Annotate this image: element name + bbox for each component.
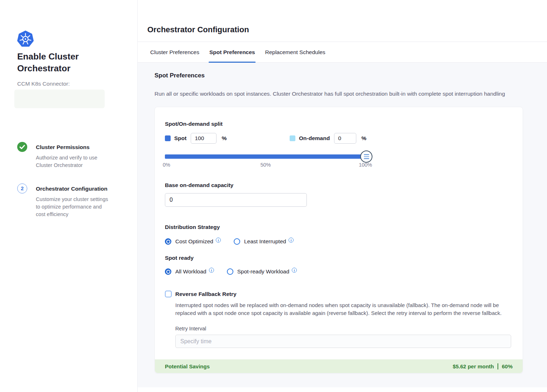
radio-selected-icon: [165, 238, 171, 245]
spot-ready-label: Spot ready: [165, 255, 513, 261]
step-number-badge: 2: [17, 183, 27, 193]
radio-selected-icon: [165, 268, 171, 275]
tab-content: Spot Preferences Run all or specific wor…: [138, 63, 547, 387]
potential-savings-label: Potential Savings: [165, 363, 210, 369]
page-title: Orchestrator Configuration: [147, 25, 547, 34]
connector-value-box: [14, 90, 105, 108]
tab-bar: Cluster Preferences Spot Preferences Rep…: [138, 42, 547, 63]
kubernetes-icon: [17, 30, 34, 47]
savings-percent: 60%: [502, 363, 513, 369]
slider-track[interactable]: [165, 154, 366, 159]
tab-replacement-schedules[interactable]: Replacement Schedules: [265, 42, 325, 62]
spot-color-swatch: [165, 135, 171, 141]
step-cluster-permissions[interactable]: Cluster Permissions Authorize and verify…: [17, 143, 123, 169]
wizard-title: Enable Cluster Orchestrator: [17, 51, 101, 74]
section-heading: Spot Preferences: [154, 72, 547, 79]
spot-preferences-card: Spot/On-demand split Spot % On-demand %: [154, 107, 523, 373]
radio-cost-optimized[interactable]: Cost Optimized i: [165, 238, 221, 245]
reverse-fallback-description: Interrupted spot nodes will be replaced …: [175, 301, 508, 317]
sidebar: Enable Cluster Orchestrator CCM K8s Conn…: [0, 0, 137, 392]
spot-percent-input[interactable]: [191, 133, 217, 144]
step-description: Authorize and verify to use Cluster Orch…: [36, 154, 109, 169]
connector-label: CCM K8s Connector:: [17, 81, 123, 87]
ondemand-percent-sign: %: [361, 135, 366, 142]
slider-handle[interactable]: [360, 150, 372, 163]
ondemand-color-swatch: [290, 135, 295, 141]
tab-spot-preferences[interactable]: Spot Preferences: [209, 42, 255, 62]
step-description: Customize your cluster settings to optim…: [36, 196, 109, 218]
step-complete-check-icon: [17, 142, 27, 152]
base-capacity-label: Base on-demand capacity: [165, 182, 513, 188]
potential-savings-bar: Potential Savings $5.62 per month 60%: [155, 359, 523, 373]
step-title: Orchestrator Configuration: [36, 184, 109, 192]
spot-label: Spot: [174, 135, 186, 142]
tick-100: 100%: [359, 162, 372, 168]
split-slider: [165, 154, 366, 159]
radio-unselected-icon: [234, 238, 240, 245]
spot-ready-options: All Workload i Spot-ready Workload i: [165, 268, 513, 275]
info-icon[interactable]: i: [292, 268, 297, 273]
step-title: Cluster Permissions: [36, 143, 109, 150]
split-label: Spot/On-demand split: [165, 121, 513, 127]
savings-amount: $5.62 per month: [453, 363, 494, 369]
spot-percent-sign: %: [222, 135, 227, 142]
radio-unselected-icon: [227, 268, 233, 275]
main-header: Orchestrator Configuration: [138, 0, 547, 42]
reverse-fallback-label: Reverse Fallback Retry: [175, 291, 237, 297]
radio-all-workload[interactable]: All Workload i: [165, 268, 214, 275]
section-description: Run all or specific workloads on spot in…: [154, 91, 547, 97]
distribution-strategy-options: Cost Optimized i Least Interrupted i: [165, 238, 513, 245]
main-panel: Orchestrator Configuration Cluster Prefe…: [137, 0, 547, 392]
reverse-fallback-checkbox[interactable]: [165, 291, 172, 297]
tick-0: 0%: [163, 162, 170, 168]
savings-separator: [498, 363, 498, 369]
distribution-strategy-label: Distribution Strategy: [165, 224, 513, 230]
info-icon[interactable]: i: [216, 238, 221, 243]
ondemand-percent-input[interactable]: [334, 133, 356, 144]
step-orchestrator-configuration[interactable]: 2 Orchestrator Configuration Customize y…: [17, 184, 123, 218]
retry-interval-input[interactable]: [175, 335, 511, 348]
reverse-fallback-section: Reverse Fallback Retry Interrupted spot …: [165, 291, 513, 348]
page: Enable Cluster Orchestrator CCM K8s Conn…: [0, 0, 547, 392]
tick-50: 50%: [260, 162, 271, 168]
base-capacity-input[interactable]: [165, 193, 307, 207]
radio-least-interrupted[interactable]: Least Interrupted i: [234, 238, 294, 245]
info-icon[interactable]: i: [289, 238, 294, 243]
ondemand-label: On-demand: [299, 135, 330, 142]
radio-spot-ready-workload[interactable]: Spot-ready Workload i: [227, 268, 297, 275]
slider-ticks: 0% 50% 100%: [165, 162, 366, 169]
split-legend-row: Spot % On-demand %: [165, 133, 513, 144]
tab-cluster-preferences[interactable]: Cluster Preferences: [150, 42, 199, 62]
info-icon[interactable]: i: [209, 268, 214, 273]
retry-interval-label: Retry Interval: [175, 326, 513, 331]
